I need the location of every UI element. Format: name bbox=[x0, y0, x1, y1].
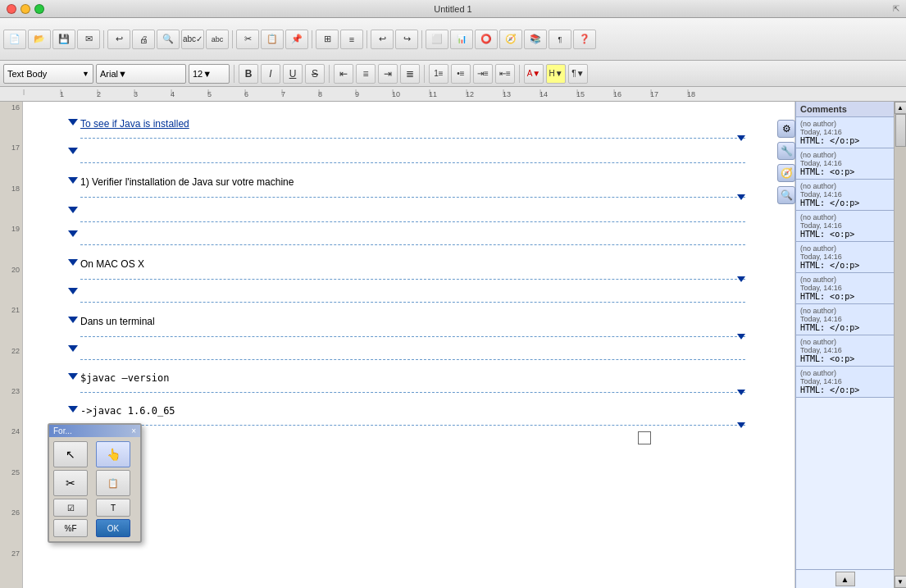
floating-toolbar-title[interactable]: For... × bbox=[49, 425, 140, 437]
line-empty-4 bbox=[80, 280, 745, 303]
line-num-26: 26 bbox=[0, 507, 22, 547]
email-btn[interactable]: ✉ bbox=[77, 30, 100, 49]
comment-content-7: HTML: <o:p> bbox=[800, 354, 890, 363]
char-format-button[interactable]: ¶▼ bbox=[568, 64, 588, 84]
form-tool-btn[interactable]: 📋 bbox=[96, 470, 130, 496]
open-btn[interactable]: 📂 bbox=[28, 30, 51, 49]
click-tool-btn[interactable]: 👆 bbox=[96, 441, 130, 467]
nav-btn[interactable]: 🧭 bbox=[499, 30, 522, 49]
align-center-button[interactable]: ≡ bbox=[356, 64, 376, 84]
scroll-thumb[interactable] bbox=[895, 114, 906, 147]
line-empty-3 bbox=[80, 222, 745, 245]
scissors-tool-btn[interactable]: ✂ bbox=[53, 470, 88, 496]
document-area[interactable]: To see if Java is installed 1) Verifier … bbox=[23, 102, 795, 588]
resize-icon[interactable]: ⇱ bbox=[893, 4, 899, 13]
comment-item-5: (no author) Today, 14:16 HTML: <o:p> bbox=[796, 273, 894, 304]
maximize-button[interactable] bbox=[34, 4, 44, 14]
scroll-up-btn[interactable]: ▲ bbox=[835, 572, 855, 586]
check-tool-btn[interactable]: ☑ bbox=[53, 499, 88, 517]
help-btn[interactable]: ❓ bbox=[573, 30, 596, 49]
comment-item-4: (no author) Today, 14:16 HTML: </o:p> bbox=[796, 242, 894, 273]
italic-button[interactable]: I bbox=[261, 64, 280, 84]
comment-author-0: (no author) bbox=[800, 120, 890, 128]
undo-btn[interactable]: ↩ bbox=[107, 30, 130, 49]
properties-icon[interactable]: 🔧 bbox=[777, 142, 795, 160]
ruler-tick-2: 1 bbox=[60, 90, 97, 98]
window-controls[interactable] bbox=[7, 4, 44, 14]
insert-object-btn[interactable]: 📊 bbox=[450, 30, 473, 49]
close-button[interactable] bbox=[7, 4, 16, 14]
paragraph-style-select[interactable]: Text Body ▼ bbox=[3, 64, 93, 84]
percent-tool-btn[interactable]: %F bbox=[53, 519, 88, 537]
paste-btn[interactable]: 📌 bbox=[285, 30, 308, 49]
floating-toolbar-title-text: For... bbox=[53, 426, 72, 435]
strikethrough-button[interactable]: S bbox=[305, 64, 325, 84]
line-javac-version: ->javac 1.6.0_65 bbox=[80, 393, 745, 426]
line-num-24: 24 bbox=[0, 426, 22, 466]
scroll-up-button[interactable]: ▲ bbox=[895, 102, 907, 114]
comment-time-7: Today, 14:16 bbox=[800, 346, 890, 354]
size-arrow-icon: ▼ bbox=[203, 69, 212, 79]
ruler-tick-17: 16 bbox=[613, 90, 650, 98]
table-btn[interactable]: ⊞ bbox=[316, 30, 339, 49]
scroll-down-button[interactable]: ▼ bbox=[895, 576, 907, 588]
ruler-tick-15: 14 bbox=[540, 90, 576, 98]
font-color-button[interactable]: A▼ bbox=[524, 64, 544, 84]
marker-left-7 bbox=[68, 288, 78, 294]
ruler-tick-10: 9 bbox=[355, 90, 392, 98]
floating-toolbar-content: ↖ 👆 ✂ 📋 ☑ T %F OK bbox=[49, 437, 140, 541]
cut-btn[interactable]: ✂ bbox=[236, 30, 259, 49]
comments-scroll-up[interactable]: ▲ bbox=[796, 569, 894, 588]
compass-icon[interactable]: 🧭 bbox=[777, 164, 795, 182]
font-size-select[interactable]: 12 ▼ bbox=[189, 64, 230, 84]
comment-time-5: Today, 14:16 bbox=[800, 284, 890, 292]
copy-btn[interactable]: 📋 bbox=[261, 30, 284, 49]
spellcheck-btn[interactable]: abc✓ bbox=[181, 30, 204, 49]
new-btn[interactable]: 📄 bbox=[3, 30, 26, 49]
extra-icon[interactable]: 🔍 bbox=[777, 186, 795, 204]
undo2-btn[interactable]: ↩ bbox=[371, 30, 394, 49]
ruler-numbers: 1 2 3 4 5 6 7 8 9 10 11 12 13 14 15 16 1… bbox=[23, 90, 724, 98]
comment-author-2: (no author) bbox=[800, 182, 890, 190]
print-btn[interactable]: 🖨 bbox=[132, 30, 155, 49]
comment-item-1: (no author) Today, 14:16 HTML: <o:p> bbox=[796, 148, 894, 180]
navigator-icon[interactable]: ⚙ bbox=[777, 120, 795, 138]
bold-button[interactable]: B bbox=[239, 64, 258, 84]
comment-time-1: Today, 14:16 bbox=[800, 159, 890, 167]
close-icon[interactable]: × bbox=[131, 426, 136, 435]
chars-btn[interactable]: ¶ bbox=[549, 30, 571, 49]
save-btn[interactable]: 💾 bbox=[52, 30, 75, 49]
bookmarks-btn[interactable]: 📚 bbox=[524, 30, 547, 49]
align-left-button[interactable]: ⇤ bbox=[334, 64, 353, 84]
list-ordered-button[interactable]: 1≡ bbox=[429, 64, 448, 84]
floating-toolbar: For... × ↖ 👆 ✂ 📋 ☑ T %F OK bbox=[48, 423, 142, 543]
find-btn[interactable]: 🔍 bbox=[157, 30, 180, 49]
align-justify-button[interactable]: ≣ bbox=[400, 64, 420, 84]
compass-btn[interactable]: ⭕ bbox=[475, 30, 498, 49]
size-label: 12 bbox=[193, 69, 203, 79]
font-select[interactable]: Arial ▼ bbox=[96, 64, 186, 84]
list-unordered-button[interactable]: •≡ bbox=[451, 64, 471, 84]
scroll-track[interactable] bbox=[895, 114, 906, 576]
redo-btn[interactable]: ↪ bbox=[395, 30, 418, 49]
sep3 bbox=[312, 30, 312, 48]
insert-frame-btn[interactable]: ⬜ bbox=[426, 30, 448, 49]
sep2 bbox=[232, 30, 233, 48]
ruler-tick-5: 4 bbox=[171, 90, 207, 98]
autocorrect-btn[interactable]: abc bbox=[206, 30, 229, 49]
underline-button[interactable]: U bbox=[283, 64, 303, 84]
indent-more-button[interactable]: ⇥≡ bbox=[473, 64, 493, 84]
text-tool-btn[interactable]: T bbox=[96, 499, 130, 517]
list-btn[interactable]: ≡ bbox=[340, 30, 363, 49]
document-content[interactable]: To see if Java is installed 1) Verifier … bbox=[23, 102, 794, 454]
highlight-button[interactable]: H▼ bbox=[546, 64, 566, 84]
minimize-button[interactable] bbox=[20, 4, 30, 14]
scrollbar-right[interactable]: ▲ ▼ bbox=[894, 102, 906, 588]
cursor-tool-btn[interactable]: ↖ bbox=[53, 441, 88, 467]
text-mac: On MAC OS X bbox=[80, 253, 745, 271]
ok-tool-btn[interactable]: OK bbox=[96, 519, 130, 537]
indent-less-button[interactable]: ⇤≡ bbox=[495, 64, 515, 84]
checkbox[interactable] bbox=[638, 431, 651, 444]
align-right-button[interactable]: ⇥ bbox=[378, 64, 398, 84]
line-num-22: 22 bbox=[0, 345, 22, 385]
